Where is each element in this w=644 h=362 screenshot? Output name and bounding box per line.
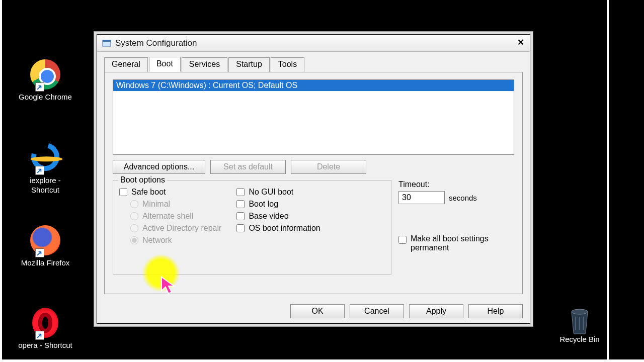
tab-content-boot: Windows 7 (C:\Windows) : Current OS; Def…	[104, 72, 523, 294]
boot-options-group: Boot options Safe boot Minimal Alternate…	[113, 180, 391, 275]
shortcut-arrow-icon	[35, 331, 44, 340]
shortcut-arrow-icon	[35, 166, 44, 175]
os-listbox[interactable]: Windows 7 (C:\Windows) : Current OS; Def…	[113, 79, 514, 155]
base-video-checkbox[interactable]: Base video	[236, 212, 320, 221]
set-as-default-button: Set as default	[210, 160, 286, 174]
desktop-icon-opera[interactable]: opera - Shortcut	[15, 308, 75, 350]
close-button[interactable]: ✕	[515, 38, 527, 49]
tab-services[interactable]: Services	[182, 57, 227, 72]
delete-button: Delete	[291, 160, 366, 174]
help-button[interactable]: Help	[468, 304, 523, 318]
desktop-icon-label: Mozilla Firefox	[15, 258, 75, 268]
make-permanent-checkbox[interactable]: Make all boot settings permanent	[398, 234, 514, 252]
boot-options-legend: Boot options	[118, 175, 167, 185]
svg-rect-2	[103, 40, 111, 42]
desktop-icon-recyclebin[interactable]: Recycle Bin	[549, 306, 610, 344]
desktop-icon-iexplore[interactable]: iexplore - Shortcut	[15, 142, 75, 195]
alternate-shell-radio: Alternate shell	[130, 212, 221, 221]
os-boot-info-checkbox[interactable]: OS boot information	[236, 224, 320, 233]
tab-startup[interactable]: Startup	[228, 57, 270, 72]
tab-general[interactable]: General	[104, 57, 148, 72]
active-directory-repair-radio: Active Directory repair	[130, 224, 221, 233]
network-radio: Network	[130, 236, 221, 245]
minimal-radio: Minimal	[130, 200, 221, 209]
tab-tools[interactable]: Tools	[271, 57, 304, 72]
timeout-label: Timeout:	[398, 180, 514, 189]
desktop-icon-label: Google Chrome	[15, 93, 75, 102]
shortcut-arrow-icon	[35, 82, 44, 92]
dialog-title: System Configuration	[115, 38, 197, 48]
tabstrip: General Boot Services Startup Tools	[97, 52, 530, 72]
safe-boot-checkbox[interactable]: Safe boot	[119, 188, 221, 197]
ie-icon	[26, 138, 64, 176]
desktop-icon-firefox[interactable]: Mozilla Firefox	[15, 225, 75, 268]
firefox-icon	[30, 225, 60, 255]
apply-button[interactable]: Apply	[409, 304, 463, 318]
system-configuration-dialog: System Configuration ✕ General Boot Serv…	[97, 34, 530, 324]
desktop-icon-chrome[interactable]: Google Chrome	[15, 59, 75, 102]
desktop-icon-label: opera - Shortcut	[15, 341, 75, 350]
shortcut-arrow-icon	[35, 248, 44, 257]
ok-button[interactable]: OK	[290, 304, 345, 318]
timeout-input[interactable]	[398, 191, 445, 204]
os-entry-selected[interactable]: Windows 7 (C:\Windows) : Current OS; Def…	[113, 80, 514, 91]
titlebar[interactable]: System Configuration ✕	[97, 35, 530, 52]
timeout-unit: seconds	[449, 194, 477, 202]
cancel-button[interactable]: Cancel	[350, 304, 404, 318]
svg-point-0	[572, 309, 588, 314]
recycle-bin-icon	[567, 306, 593, 335]
desktop-icon-label: iexplore - Shortcut	[15, 176, 75, 195]
desktop-icon-label: Recycle Bin	[549, 335, 610, 344]
boot-log-checkbox[interactable]: Boot log	[236, 200, 320, 209]
tab-boot[interactable]: Boot	[149, 57, 181, 72]
chrome-icon	[30, 59, 60, 89]
no-gui-boot-checkbox[interactable]: No GUI boot	[236, 188, 320, 197]
msconfig-icon	[102, 39, 111, 48]
advanced-options-button[interactable]: Advanced options...	[113, 160, 205, 174]
